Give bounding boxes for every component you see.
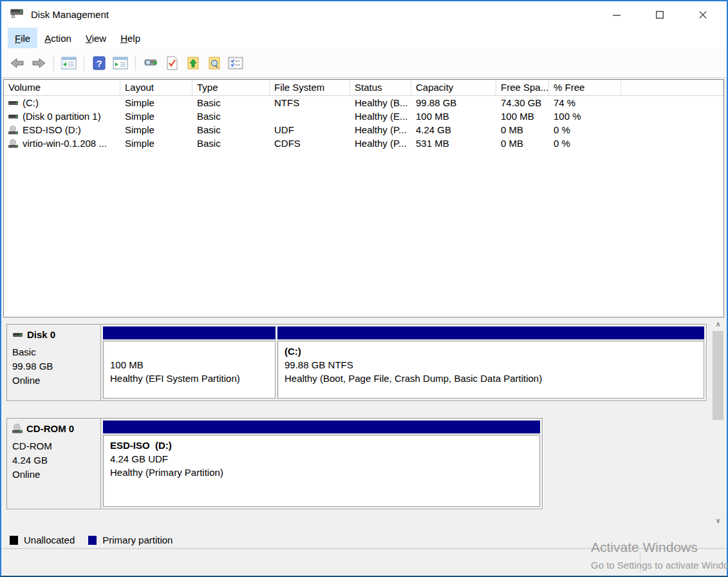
- menubar: File Action View Help: [1, 28, 727, 48]
- disk-state: Online: [12, 374, 95, 388]
- column-header-file-system[interactable]: File System: [270, 80, 350, 95]
- check-document-icon[interactable]: [163, 55, 180, 71]
- column-header-blank: [621, 80, 723, 95]
- toolbar-separator: [135, 55, 136, 71]
- cd-icon: [8, 126, 19, 135]
- partition-c[interactable]: (C:) 99.88 GB NTFS Healthy (Boot, Page F…: [277, 326, 704, 399]
- titlebar: Disk Management: [1, 1, 727, 28]
- close-button[interactable]: [688, 1, 718, 28]
- disk-type: CD-ROM: [12, 439, 95, 453]
- column-header-status[interactable]: Status: [350, 80, 411, 95]
- statusbar-divider: [640, 552, 640, 573]
- disk-name: Disk 0: [27, 329, 55, 340]
- disk-icon: [8, 99, 19, 107]
- partition-color-bar: [103, 421, 540, 433]
- menu-view[interactable]: View: [79, 28, 113, 48]
- primary-partition-swatch: [88, 536, 97, 545]
- cdrom-0-partitions: ESD-ISO (D:) 4.24 GB UDF Healthy (Primar…: [101, 419, 542, 509]
- column-header-type[interactable]: Type: [192, 80, 270, 95]
- menu-help[interactable]: Help: [113, 28, 147, 48]
- graphical-view-pane: Disk 0 Basic 99.98 GB Online 100 MB Heal…: [1, 317, 727, 530]
- volume-row-disk0-partition1[interactable]: (Disk 0 partition 1) Simple Basic Health…: [4, 109, 723, 123]
- partition-efi[interactable]: 100 MB Healthy (EFI System Partition): [103, 326, 275, 399]
- column-header-pct-free[interactable]: % Free: [549, 80, 621, 95]
- back-icon[interactable]: [9, 55, 26, 71]
- statusbar: [1, 549, 727, 576]
- help-icon[interactable]: ?: [91, 55, 107, 71]
- forward-icon[interactable]: [30, 55, 47, 71]
- vertical-scrollbar[interactable]: ∧ ∨: [713, 319, 723, 526]
- disk-icon: [8, 113, 19, 120]
- disk-size: 99.98 GB: [12, 359, 95, 374]
- disk-0-info-panel[interactable]: Disk 0 Basic 99.98 GB Online: [7, 325, 101, 401]
- window-controls: [602, 1, 727, 28]
- disk-0-group: Disk 0 Basic 99.98 GB Online 100 MB Heal…: [6, 324, 707, 401]
- unallocated-swatch: [10, 536, 18, 545]
- checklist-icon[interactable]: [227, 55, 244, 71]
- column-header-free-space[interactable]: Free Spa...: [496, 80, 549, 95]
- folder-search-icon[interactable]: [206, 55, 223, 71]
- partition-color-bar: [277, 326, 704, 339]
- scroll-down-icon[interactable]: ∨: [713, 515, 723, 526]
- disk-icon: [12, 331, 24, 339]
- cd-icon: [8, 139, 19, 148]
- column-header-capacity[interactable]: Capacity: [411, 80, 496, 95]
- legend-label-unallocated: Unallocated: [24, 534, 75, 545]
- volume-row-virtio-win[interactable]: virtio-win-0.1.208 ... Simple Basic CDFS…: [4, 137, 723, 150]
- partition-color-bar: [103, 326, 275, 339]
- rescan-disks-icon[interactable]: [142, 55, 159, 71]
- volume-list-pane: Volume Layout Type File System Status Ca…: [3, 79, 724, 317]
- maximize-button[interactable]: [645, 1, 675, 28]
- cd-icon: [12, 424, 23, 433]
- window-title: Disk Management: [31, 9, 109, 20]
- menu-file[interactable]: File: [8, 28, 37, 48]
- scrollbar-thumb[interactable]: [713, 331, 723, 420]
- disk-0-partitions: 100 MB Healthy (EFI System Partition) (C…: [101, 325, 706, 401]
- disk-management-app-icon: [9, 7, 24, 22]
- cdrom-0-info-panel[interactable]: CD-ROM 0 CD-ROM 4.24 GB Online: [7, 419, 101, 509]
- console-tree-icon[interactable]: [61, 55, 77, 71]
- column-header-volume[interactable]: Volume: [4, 80, 120, 95]
- minimize-button[interactable]: [602, 1, 631, 28]
- menu-action[interactable]: Action: [37, 28, 79, 48]
- legend-bar: Unallocated Primary partition: [3, 532, 724, 549]
- disk-type: Basic: [12, 345, 95, 359]
- toolbar-separator: [53, 55, 54, 71]
- volume-row-c[interactable]: (C:) Simple Basic NTFS Healthy (B... 99.…: [4, 96, 723, 109]
- disk-management-window: Disk Management File Action View Help: [0, 0, 728, 577]
- scroll-up-icon[interactable]: ∧: [713, 319, 723, 330]
- toolbar-separator: [84, 55, 84, 71]
- volume-row-esd-iso[interactable]: ESD-ISO (D:) Simple Basic UDF Healthy (P…: [4, 123, 723, 137]
- cdrom-0-group: CD-ROM 0 CD-ROM 4.24 GB Online ESD-ISO (…: [6, 418, 543, 509]
- disk-name: CD-ROM 0: [26, 423, 74, 434]
- disk-size: 4.24 GB: [12, 453, 95, 468]
- toolbar: ?: [1, 48, 727, 78]
- svg-text:?: ?: [96, 57, 102, 68]
- folder-up-icon[interactable]: [185, 55, 201, 71]
- action-pane-icon[interactable]: [112, 55, 129, 71]
- disk-state: Online: [12, 468, 95, 482]
- column-header-layout[interactable]: Layout: [120, 80, 192, 95]
- volume-table-header: Volume Layout Type File System Status Ca…: [4, 80, 723, 96]
- legend-label-primary-partition: Primary partition: [102, 534, 173, 545]
- partition-esd-iso[interactable]: ESD-ISO (D:) 4.24 GB UDF Healthy (Primar…: [103, 421, 540, 507]
